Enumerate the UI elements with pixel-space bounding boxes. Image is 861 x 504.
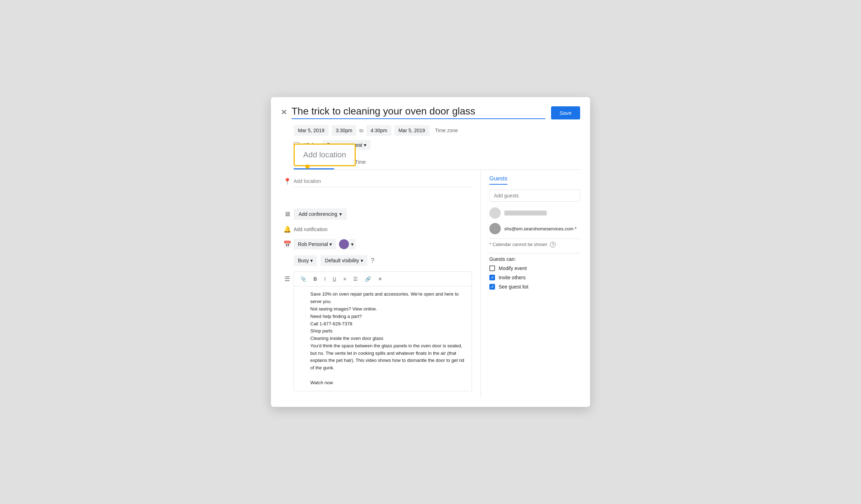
event-title-input[interactable] — [291, 106, 545, 119]
add-guests-input[interactable] — [489, 190, 580, 202]
left-panel: 📍 Add location 🖥 Add conferencing ▾ 🔔 — [281, 170, 481, 397]
ordered-list-button[interactable]: ≡ — [340, 275, 349, 283]
conferencing-label: Add conferencing — [299, 211, 337, 217]
status-row: Busy ▾ Default visibility ▾ ? — [294, 255, 472, 266]
calendar-label: Rob Personal — [298, 241, 328, 247]
notice-text: * Calendar cannot be shown — [489, 242, 547, 247]
notification-icon: 🔔 — [281, 225, 294, 233]
calendar-notice: * Calendar cannot be shown ? — [489, 242, 580, 247]
see-guest-list-label: See guest list — [499, 284, 528, 290]
close-button[interactable]: ✕ — [281, 108, 287, 117]
end-date-button[interactable]: Mar 5, 2019 — [394, 125, 429, 136]
modify-event-label: Modify event — [499, 265, 527, 271]
guests-can-label: Guests can: — [489, 256, 580, 262]
guests-title: Guests — [489, 175, 507, 185]
main-content: 📍 Add location 🖥 Add conferencing ▾ 🔔 — [281, 170, 580, 397]
notification-row: 🔔 Add notification — [281, 225, 472, 233]
see-guest-list-checkbox[interactable]: ✓ — [489, 284, 495, 290]
conferencing-button[interactable]: Add conferencing ▾ — [294, 208, 347, 220]
repeat-label: Does not repeat — [327, 142, 362, 148]
guest-avatar-email — [489, 223, 501, 234]
busy-label: Busy — [298, 258, 309, 263]
save-button[interactable]: Save — [551, 106, 580, 119]
description-icon: ☰ — [281, 275, 294, 283]
link-button[interactable]: 🔗 — [362, 275, 374, 283]
visibility-label: Default visibility — [325, 258, 359, 263]
allday-row: All day Does not repeat ▾ — [294, 140, 580, 150]
calendar-color-button[interactable] — [339, 239, 349, 249]
color-dropdown-button[interactable]: ▾ — [349, 239, 356, 250]
busy-arrow-icon: ▾ — [310, 258, 313, 263]
guests-can-item-modify: Modify event — [489, 265, 580, 271]
underline-button[interactable]: U — [330, 275, 339, 283]
tab-event-details[interactable]: Event Details — [294, 156, 334, 169]
allday-checkbox[interactable] — [294, 142, 299, 148]
invite-others-checkbox[interactable]: ✓ — [489, 275, 495, 280]
invite-checkmark: ✓ — [491, 275, 494, 280]
repeat-arrow-icon: ▾ — [364, 142, 366, 148]
guests-can-item-invite: ✓ Invite others — [489, 275, 580, 280]
bold-button[interactable]: B — [311, 275, 320, 283]
conferencing-row: 🖥 Add conferencing ▾ — [281, 208, 472, 220]
notification-button[interactable]: Add notification — [294, 226, 328, 232]
description-editor[interactable]: Save 10% on oven repair parts and access… — [307, 286, 472, 391]
calendar-arrow-icon: ▾ — [329, 241, 332, 247]
guest-item-email: shs@em.searshomeservices.com * — [489, 223, 580, 234]
end-time-button[interactable]: 4:30pm — [366, 125, 391, 136]
help-icon[interactable]: ? — [371, 257, 374, 264]
help-circle-icon[interactable]: ? — [550, 242, 556, 247]
invite-others-label: Invite others — [499, 275, 526, 280]
header-row: ✕ Save — [281, 106, 580, 119]
guest-avatar-blurred — [489, 207, 501, 219]
tabs-row: Event Details Find a Time — [294, 156, 580, 170]
start-time-button[interactable]: 3:30pm — [332, 125, 357, 136]
guest-item-blurred — [489, 207, 580, 219]
modify-event-checkbox[interactable] — [489, 265, 495, 271]
attachment-button[interactable]: 📎 — [298, 275, 309, 283]
timezone-button[interactable]: Time zone — [432, 125, 461, 136]
guest-email: shs@em.searshomeservices.com * — [504, 226, 577, 231]
calendar-icon: 📅 — [281, 240, 294, 248]
clear-format-button[interactable]: ✕ — [375, 275, 385, 283]
tab-find-time[interactable]: Find a Time — [334, 156, 371, 169]
event-modal: ✕ Save Mar 5, 2019 3:30pm to 4:30pm Mar … — [271, 97, 590, 407]
calendar-select-button[interactable]: Rob Personal ▾ — [294, 239, 336, 250]
editor-container: 📎 B I U ≡ ☰ 🔗 ✕ Save 10% on oven repair … — [294, 271, 472, 391]
guest-name-blurred — [504, 211, 547, 215]
visibility-button[interactable]: Default visibility ▾ — [321, 255, 367, 266]
unordered-list-button[interactable]: ☰ — [350, 275, 361, 283]
busy-status-button[interactable]: Busy ▾ — [294, 255, 317, 266]
divider-2 — [489, 253, 580, 253]
visibility-arrow-icon: ▾ — [361, 258, 363, 263]
start-date-button[interactable]: Mar 5, 2019 — [294, 125, 329, 136]
allday-label: All day — [304, 142, 318, 148]
editor-toolbar: 📎 B I U ≡ ☰ 🔗 ✕ — [294, 272, 472, 286]
italic-button[interactable]: I — [321, 275, 328, 283]
to-label: to — [359, 128, 363, 133]
date-row: Mar 5, 2019 3:30pm to 4:30pm Mar 5, 2019… — [294, 125, 580, 136]
divider-1 — [489, 239, 580, 239]
editor-row: ☰ 📎 B I U ≡ ☰ 🔗 ✕ Save 10% on oven repai… — [281, 271, 472, 391]
right-panel: Guests shs@em.searshomeservices.com * * … — [481, 170, 580, 397]
location-row: 📍 Add location — [281, 175, 472, 187]
see-checkmark: ✓ — [491, 285, 494, 289]
guests-can-item-see: ✓ See guest list — [489, 284, 580, 290]
calendar-row: 📅 Rob Personal ▾ ▾ — [281, 239, 472, 250]
location-input[interactable] — [294, 175, 472, 187]
location-icon: 📍 — [281, 178, 294, 185]
repeat-button[interactable]: Does not repeat ▾ — [323, 140, 371, 150]
conferencing-arrow-icon: ▾ — [339, 211, 342, 217]
conferencing-icon: 🖥 — [281, 211, 294, 218]
